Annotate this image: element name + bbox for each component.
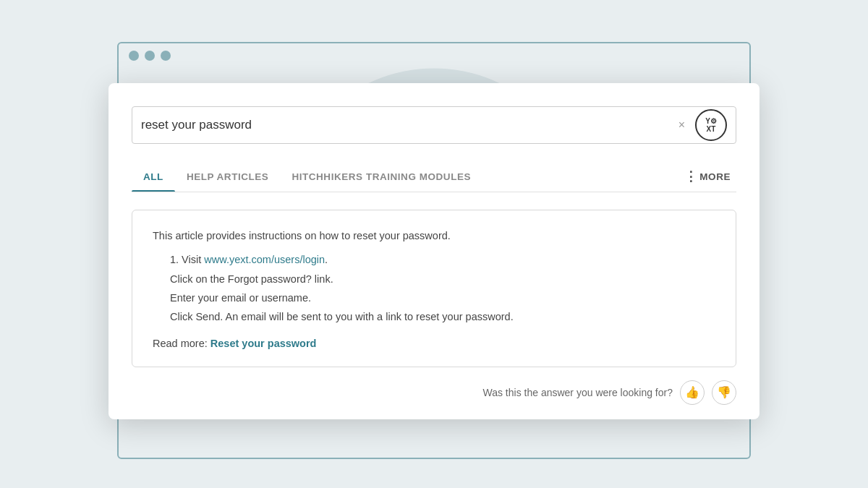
tab-help-articles[interactable]: HELP ARTICLES <box>175 163 281 191</box>
article-card: This article provides instructions on ho… <box>132 210 736 367</box>
thumbs-down-button[interactable]: 👎 <box>712 380 736 405</box>
list-item: Enter your email or username. <box>170 288 715 307</box>
search-modal: reset your password × Y⚙XT ALL HELP ARTI… <box>109 83 760 419</box>
read-more-link[interactable]: Reset your password <box>210 338 317 349</box>
tab-bar: ALL HELP ARTICLES HITCHHIKERS TRAINING M… <box>132 161 736 192</box>
browser-dot-3 <box>161 51 171 61</box>
tab-more[interactable]: ⋮ MORE <box>678 161 736 192</box>
browser-dot-2 <box>145 51 155 61</box>
login-link[interactable]: www.yext.com/users/login <box>204 254 325 265</box>
list-item: 1. Visit www.yext.com/users/login. <box>170 250 715 269</box>
tab-all[interactable]: ALL <box>132 163 175 191</box>
thumbs-up-button[interactable]: 👍 <box>680 380 705 405</box>
list-item: Click Send. An email will be sent to you… <box>170 307 715 326</box>
search-bar: reset your password × Y⚙XT <box>132 106 736 144</box>
article-intro: This article provides instructions on ho… <box>153 228 715 244</box>
thumbs-up-icon: 👍 <box>685 385 699 399</box>
read-more: Read more: Reset your password <box>153 338 715 349</box>
list-item: Click on the Forgot password? link. <box>170 270 715 288</box>
thumbs-down-icon: 👎 <box>717 385 731 399</box>
tab-hitchhikers[interactable]: HITCHHIKERS TRAINING MODULES <box>280 163 482 191</box>
search-clear-button[interactable]: × <box>678 119 685 131</box>
search-input[interactable]: reset your password <box>141 118 678 132</box>
more-dots-icon: ⋮ <box>684 170 697 183</box>
yext-logo: Y⚙XT <box>695 109 727 141</box>
browser-dot-1 <box>129 51 139 61</box>
browser-bar <box>119 43 749 68</box>
feedback-question: Was this the answer you were looking for… <box>483 387 673 398</box>
more-label: MORE <box>699 171 731 182</box>
yext-logo-text: Y⚙XT <box>705 117 717 133</box>
article-steps: 1. Visit www.yext.com/users/login. Click… <box>170 250 715 325</box>
feedback-row: Was this the answer you were looking for… <box>132 367 736 419</box>
